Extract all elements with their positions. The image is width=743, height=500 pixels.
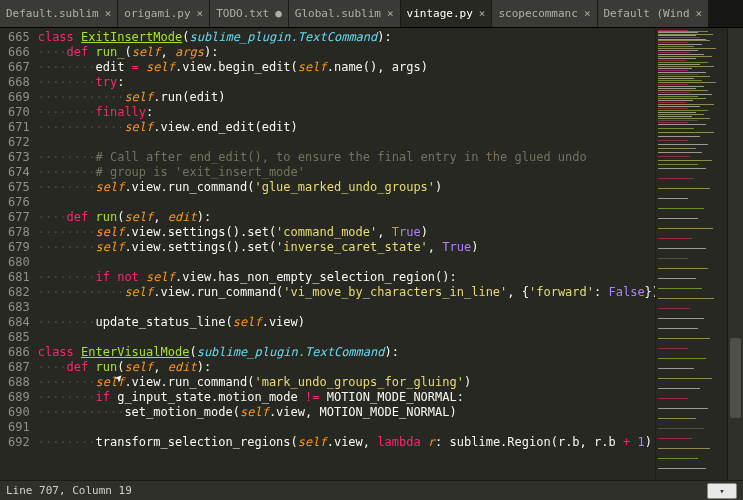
dirty-indicator-icon[interactable] [275,7,282,20]
status-cursor-position: Line 707, Column 19 [6,484,703,497]
close-icon[interactable] [696,7,703,20]
tab-4[interactable]: vintage.py [401,0,493,27]
line-number: 689 [8,390,30,405]
line-number: 680 [8,255,30,270]
line-number: 686 [8,345,30,360]
code-line [38,420,655,435]
editor-area: 6656666676686696706716726736746756766776… [0,28,743,480]
line-number: 668 [8,75,30,90]
line-number: 681 [8,270,30,285]
line-number: 687 [8,360,30,375]
code-line: ········self.view.run_command('glue_mark… [38,180,655,195]
tab-3[interactable]: Global.sublim [289,0,401,27]
tab-label: Default.sublim [6,7,99,20]
line-number: 676 [8,195,30,210]
tab-1[interactable]: origami.py [118,0,210,27]
code-line: ········transform_selection_regions(self… [38,435,655,450]
code-line: ········self.view.settings().set('invers… [38,240,655,255]
tab-5[interactable]: scopecommanc [492,0,597,27]
line-number: 684 [8,315,30,330]
code-line: ········edit = self.view.begin_edit(self… [38,60,655,75]
status-dropdown[interactable]: ▾ [707,483,737,499]
line-number: 688 [8,375,30,390]
chevron-down-icon: ▾ [719,486,724,496]
line-number: 674 [8,165,30,180]
line-number: 677 [8,210,30,225]
tab-label: Default (Wind [604,7,690,20]
close-icon[interactable] [197,7,204,20]
code-line [38,300,655,315]
vertical-scrollbar[interactable] [727,28,743,480]
code-line [38,330,655,345]
status-bar: Line 707, Column 19 ▾ [0,480,743,500]
line-number: 692 [8,435,30,450]
code-line: class ExitInsertMode(sublime_plugin.Text… [38,30,655,45]
line-number: 669 [8,90,30,105]
tab-label: Global.sublim [295,7,381,20]
line-number: 673 [8,150,30,165]
minimap-content [656,28,727,480]
line-number: 670 [8,105,30,120]
code-line [38,135,655,150]
code-line: ········self.view.run_command('mark_undo… [38,375,655,390]
code-line: ············set_motion_mode(self.view, M… [38,405,655,420]
code-line: ········try: [38,75,655,90]
line-number: 671 [8,120,30,135]
tab-label: vintage.py [407,7,473,20]
line-number: 667 [8,60,30,75]
code-line: ····def run(self, edit): [38,210,655,225]
tab-2[interactable]: TODO.txt [210,0,289,27]
code-line: ········self.view.settings().set('comman… [38,225,655,240]
line-number: 690 [8,405,30,420]
code-line: class EnterVisualMode(sublime_plugin.Tex… [38,345,655,360]
code-line: ········update_status_line(self.view) [38,315,655,330]
code-line: ····def run_(self, args): [38,45,655,60]
line-number: 678 [8,225,30,240]
line-number: 685 [8,330,30,345]
close-icon[interactable] [105,7,112,20]
tab-0[interactable]: Default.sublim [0,0,118,27]
code-line [38,255,655,270]
close-icon[interactable] [387,7,394,20]
code-line: ············self.run(edit) [38,90,655,105]
code-line: ············self.view.run_command('vi_mo… [38,285,655,300]
code-line: ········if g_input_state.motion_mode != … [38,390,655,405]
close-icon[interactable] [584,7,591,20]
line-number: 665 [8,30,30,45]
close-icon[interactable] [479,7,486,20]
tab-label: scopecommanc [498,7,577,20]
code-line [38,195,655,210]
code-line: ············self.view.end_edit(edit) [38,120,655,135]
code-line: ········# Call after end_edit(), to ensu… [38,150,655,165]
tab-label: origami.py [124,7,190,20]
line-number: 691 [8,420,30,435]
code-line: ····def run(self, edit): [38,360,655,375]
tab-bar: Default.sublimorigami.pyTODO.txtGlobal.s… [0,0,743,28]
minimap[interactable] [655,28,727,480]
code-editor[interactable]: class ExitInsertMode(sublime_plugin.Text… [38,28,655,480]
line-number: 675 [8,180,30,195]
line-number: 672 [8,135,30,150]
code-line: ········# group is 'exit_insert_mode' [38,165,655,180]
code-line: ········finally: [38,105,655,120]
line-number-gutter: 6656666676686696706716726736746756766776… [0,28,38,480]
line-number: 683 [8,300,30,315]
tab-label: TODO.txt [216,7,269,20]
tab-6[interactable]: Default (Wind [598,0,710,27]
scroll-thumb[interactable] [730,338,741,418]
line-number: 682 [8,285,30,300]
line-number: 666 [8,45,30,60]
code-line: ········if not self.view.has_non_empty_s… [38,270,655,285]
line-number: 679 [8,240,30,255]
